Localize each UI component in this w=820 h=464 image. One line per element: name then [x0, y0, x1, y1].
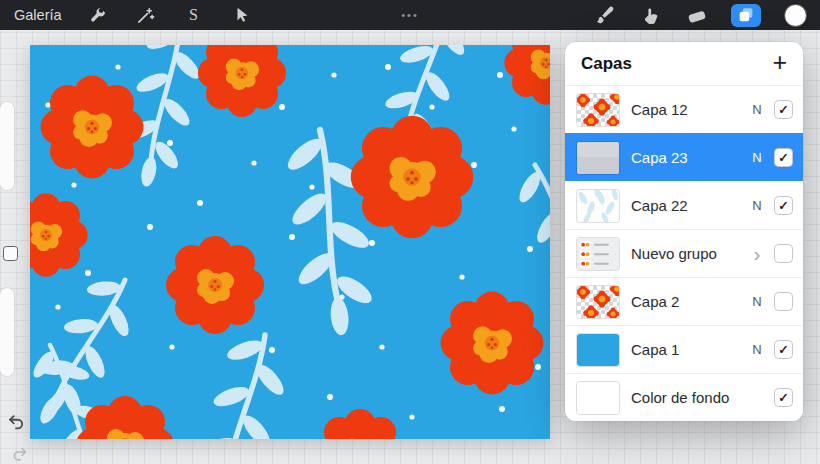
layer-name: Capa 23: [631, 149, 750, 166]
visibility-checkbox[interactable]: [774, 292, 793, 311]
top-toolbar: Galería S •••: [0, 0, 820, 30]
layers-list: Capa 12N✓Capa 23N✓Capa 22N✓Nuevo grupo›C…: [565, 85, 803, 421]
layer-name: Capa 12: [631, 101, 750, 118]
layers-panel-button[interactable]: [731, 4, 761, 27]
canvas-artwork: [30, 45, 550, 439]
actions-wrench-icon[interactable]: [86, 3, 110, 27]
layers-panel-header: Capas +: [565, 42, 803, 85]
layer-row[interactable]: Capa 2N: [565, 277, 803, 325]
visibility-checkbox[interactable]: ✓: [774, 196, 793, 215]
layer-thumbnail[interactable]: [577, 382, 619, 414]
visibility-checkbox[interactable]: ✓: [774, 340, 793, 359]
canvas[interactable]: [30, 45, 550, 439]
layer-name: Capa 22: [631, 197, 750, 214]
modify-button[interactable]: [3, 246, 18, 261]
add-layer-button[interactable]: +: [772, 50, 787, 75]
blend-mode-button[interactable]: N: [750, 102, 764, 117]
redo-button[interactable]: [11, 445, 29, 464]
current-color-circle: [785, 5, 806, 26]
layer-name: Color de fondo: [631, 389, 774, 406]
layer-thumbnail[interactable]: [577, 286, 619, 318]
layer-row[interactable]: Capa 22N✓: [565, 181, 803, 229]
blend-mode-button[interactable]: N: [750, 294, 764, 309]
layer-row[interactable]: Capa 23N✓: [565, 133, 803, 181]
color-swatch-button[interactable]: [783, 3, 807, 27]
adjustments-wand-icon[interactable]: [134, 3, 158, 27]
canvas-menu-button[interactable]: •••: [401, 0, 419, 30]
gallery-button[interactable]: Galería: [14, 7, 62, 23]
layer-row[interactable]: Capa 12N✓: [565, 85, 803, 133]
brush-tool-icon[interactable]: [593, 3, 617, 27]
eraser-tool-icon[interactable]: [685, 3, 709, 27]
selection-icon[interactable]: S: [182, 3, 206, 27]
layer-row[interactable]: Color de fondo✓: [565, 373, 803, 421]
layer-thumbnail[interactable]: [577, 190, 619, 222]
undo-button[interactable]: [6, 412, 26, 435]
transform-arrow-icon[interactable]: [230, 3, 254, 27]
layer-thumbnail[interactable]: [577, 94, 619, 126]
blend-mode-button[interactable]: N: [750, 150, 764, 165]
layer-row[interactable]: Nuevo grupo›: [565, 229, 803, 277]
brush-size-slider[interactable]: [0, 102, 14, 190]
layer-name: Capa 2: [631, 293, 750, 310]
layers-panel-title: Capas: [581, 54, 632, 74]
selection-letter: S: [189, 6, 198, 24]
visibility-checkbox[interactable]: ✓: [774, 388, 793, 407]
visibility-checkbox[interactable]: [774, 244, 793, 263]
visibility-checkbox[interactable]: ✓: [774, 148, 793, 167]
blend-mode-button[interactable]: N: [750, 198, 764, 213]
blend-mode-button[interactable]: N: [750, 342, 764, 357]
layer-row[interactable]: Capa 1N✓: [565, 325, 803, 373]
smudge-tool-icon[interactable]: [639, 3, 663, 27]
layer-thumbnail[interactable]: [577, 142, 619, 174]
chevron-right-icon: ›: [750, 243, 764, 264]
layer-thumbnail[interactable]: [577, 334, 619, 366]
layer-name: Capa 1: [631, 341, 750, 358]
layer-thumbnail[interactable]: [577, 238, 619, 270]
opacity-slider[interactable]: [0, 288, 14, 376]
layer-name: Nuevo grupo: [631, 245, 750, 262]
visibility-checkbox[interactable]: ✓: [774, 100, 793, 119]
layers-panel: Capas + Capa 12N✓Capa 23N✓Capa 22N✓Nuevo…: [565, 42, 803, 421]
